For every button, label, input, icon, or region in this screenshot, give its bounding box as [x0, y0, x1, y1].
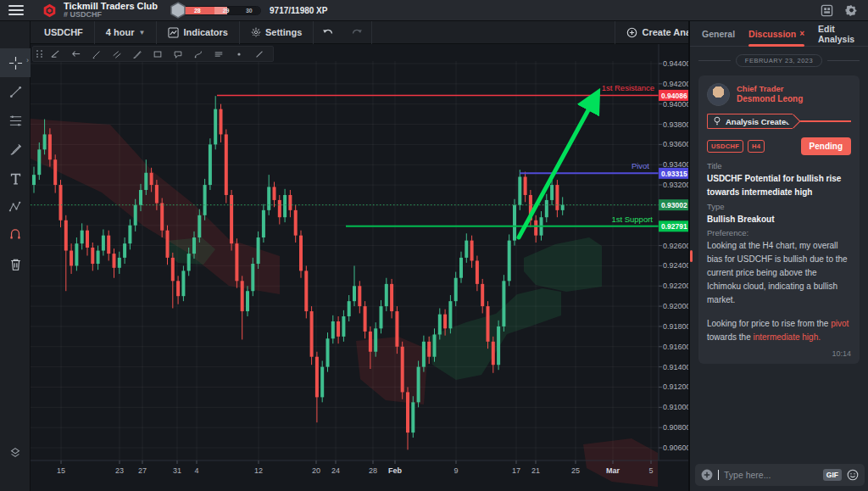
intermediate-high-link[interactable]: intermediate high. [753, 332, 821, 342]
redo-icon [351, 27, 363, 37]
emoji-icon[interactable] [847, 469, 859, 481]
chart-area[interactable]: 1st ResistancePivot1st Support0.944000.9… [31, 44, 688, 491]
drawing-tools-sidebar [0, 21, 31, 491]
svg-text:0.93800: 0.93800 [663, 120, 688, 129]
attach-plus-icon[interactable] [701, 469, 713, 481]
fib-retracement-tool[interactable] [0, 106, 31, 135]
svg-text:23: 23 [115, 466, 124, 475]
text-icon [8, 171, 23, 186]
panel-tabs: General Discussion× Edit Analysis [690, 21, 868, 47]
xp-level-widget[interactable]: 28 29 30 [170, 2, 261, 19]
xabcd-pattern-icon [8, 200, 23, 215]
xp-progress-bar: 28 29 30 [180, 6, 261, 15]
trash-tool[interactable] [0, 250, 31, 279]
channel-name: USDCHF [70, 10, 103, 19]
pivot-link[interactable]: pivot [831, 319, 849, 328]
svg-text:0.93002: 0.93002 [661, 201, 687, 209]
message-input-bar: Type here... GIF [695, 464, 865, 486]
analysis-title: USDCHF Potential for bullish rise toward… [707, 172, 851, 198]
message-input[interactable]: Type here... [724, 470, 818, 480]
svg-text:0.92400: 0.92400 [663, 261, 688, 270]
indicators-button[interactable]: Indicators [157, 21, 240, 44]
dot-tool[interactable] [229, 47, 249, 61]
svg-text:0.94200: 0.94200 [663, 80, 688, 88]
layers-icon [8, 446, 22, 460]
magnet-tool[interactable] [0, 221, 31, 250]
fib-retracement-icon [8, 114, 23, 128]
parallel-channel-tool[interactable] [107, 47, 127, 61]
hamburger-menu-icon[interactable] [8, 5, 24, 15]
brush-small-tool[interactable] [127, 47, 147, 61]
line-tool[interactable] [249, 47, 270, 61]
svg-text:0.91800: 0.91800 [663, 322, 688, 331]
svg-text:0.93400: 0.93400 [663, 160, 688, 169]
chevron-down-icon: ▼ [138, 29, 145, 36]
trend-line-tool[interactable] [0, 77, 31, 106]
symbol-button[interactable]: USDCHF [31, 21, 95, 44]
horizontal-lines-tool[interactable] [209, 47, 229, 61]
brush-tool[interactable] [0, 135, 31, 164]
svg-text:20: 20 [312, 466, 320, 475]
indicators-icon [168, 27, 179, 38]
trash-icon [9, 258, 22, 271]
crosshair-tool[interactable] [0, 48, 31, 77]
svg-text:25: 25 [571, 466, 580, 475]
date-divider: FEBRUARY 23, 2023 [690, 47, 868, 70]
level-segment: 30 [238, 7, 260, 14]
xp-counter: 9717/11980 XP [270, 6, 327, 15]
close-tab-icon[interactable]: × [799, 29, 804, 38]
svg-text:0.91200: 0.91200 [663, 382, 688, 391]
drag-handle-icon[interactable] [36, 50, 43, 58]
tab-edit-analysis[interactable]: Edit Analysis [818, 21, 856, 47]
svg-text:1st Support: 1st Support [611, 215, 653, 224]
trend-angle-tool[interactable] [46, 47, 66, 61]
svg-text:0.90800: 0.90800 [663, 423, 688, 432]
level-hexagon-icon [170, 2, 186, 19]
gif-button[interactable]: GIF [823, 469, 842, 481]
pending-status-button[interactable]: Pending [801, 137, 851, 155]
curve-tool[interactable] [188, 47, 209, 61]
svg-text:0.93315: 0.93315 [661, 170, 687, 178]
author-role: Chief Trader [737, 84, 803, 94]
svg-text:0.91600: 0.91600 [663, 343, 688, 351]
svg-text:Mar: Mar [606, 466, 620, 475]
author-name[interactable]: Desmond Leong [737, 94, 803, 105]
svg-text:1st Resistance: 1st Resistance [602, 83, 654, 92]
magnet-icon [8, 229, 22, 243]
title-label: Title [707, 161, 851, 170]
analysis-body-2: Looking for price to rise from the pivot… [707, 317, 851, 344]
hash-icon: # [64, 10, 68, 19]
candlestick-chart[interactable]: 1st ResistancePivot1st Support0.944000.9… [31, 44, 688, 491]
undo-button[interactable] [314, 21, 342, 44]
svg-text:31: 31 [173, 466, 181, 475]
settings-button[interactable]: Settings [240, 21, 314, 44]
apps-grid-icon[interactable] [821, 4, 833, 17]
avatar[interactable] [707, 83, 730, 106]
svg-text:0.91000: 0.91000 [663, 403, 688, 411]
arrow-line-tool[interactable] [66, 47, 86, 61]
svg-text:0.90600: 0.90600 [663, 444, 688, 452]
xabcd-pattern-tool[interactable] [0, 192, 31, 221]
rectangle-tool[interactable] [147, 47, 168, 61]
svg-text:24: 24 [331, 466, 340, 475]
tab-general[interactable]: General [702, 21, 735, 47]
event-banner: Analysis Created [707, 114, 851, 129]
top-header: Tickmill Traders Club # USDCHF 28 29 30 … [0, 0, 868, 21]
svg-text:0.92200: 0.92200 [663, 282, 688, 290]
gear-icon [251, 27, 261, 37]
callout-tool[interactable] [168, 47, 188, 61]
analysis-type: Bullish Breakout [707, 213, 851, 226]
brush-icon [8, 142, 23, 157]
crosshair-icon [8, 56, 23, 70]
date-chip: FEBRUARY 23, 2023 [736, 54, 822, 67]
timeframe-dropdown[interactable]: 4 hour▼ [95, 21, 158, 44]
pen-tool[interactable] [86, 47, 107, 61]
redo-button[interactable] [342, 21, 372, 44]
text-tool[interactable] [0, 164, 31, 192]
gear-icon[interactable] [845, 4, 858, 17]
tab-discussion[interactable]: Discussion× [748, 21, 804, 47]
layers-tool[interactable] [0, 438, 31, 467]
svg-text:0.94000: 0.94000 [663, 100, 688, 109]
tickmill-logo-icon [42, 3, 57, 18]
svg-text:0.93200: 0.93200 [663, 181, 688, 189]
